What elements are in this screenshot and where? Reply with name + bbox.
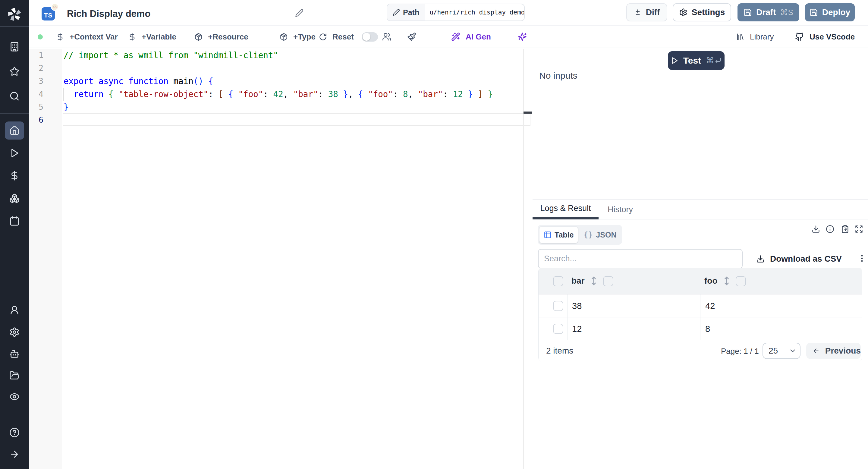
- add-variable-button[interactable]: +Variable: [128, 26, 176, 48]
- multiplayer-button[interactable]: [382, 26, 391, 48]
- sidebar-item-search[interactable]: [5, 87, 24, 105]
- sidebar-item-resources[interactable]: [5, 189, 24, 207]
- expand-result-button[interactable]: [855, 225, 863, 233]
- download-result-button[interactable]: [812, 225, 820, 233]
- column-header-bar[interactable]: bar: [571, 276, 585, 286]
- draft-button[interactable]: Draft ⌘S: [738, 3, 799, 22]
- add-context-var-label: +Context Var: [70, 32, 118, 41]
- add-resource-button[interactable]: +Resource: [194, 26, 248, 48]
- code-line[interactable]: // import * as wmill from "windmill-clie…: [64, 49, 278, 62]
- deploy-button[interactable]: Deploy: [805, 3, 855, 22]
- ai-gen-button[interactable]: AI Gen: [451, 26, 491, 48]
- sort-bar-icon[interactable]: [589, 276, 599, 286]
- toggle-switch[interactable]: [362, 32, 378, 41]
- active-line-highlight: [63, 113, 530, 126]
- view-table-button[interactable]: Table: [539, 226, 578, 243]
- line-number: 5: [29, 101, 43, 114]
- tab-logs-result[interactable]: Logs & Result: [532, 199, 598, 219]
- panel-splitter[interactable]: [532, 49, 532, 469]
- path-field: Path u/henri/rich_display_demo: [387, 4, 525, 21]
- settings-label: Settings: [692, 7, 725, 17]
- path-value-input[interactable]: u/henri/rich_display_demo: [425, 4, 525, 21]
- sidebar-item-folders[interactable]: [5, 367, 24, 385]
- dollar-icon: [9, 170, 20, 181]
- code-line[interactable]: return { "table-row-object": [ { "foo": …: [64, 88, 493, 101]
- result-info-button[interactable]: [826, 225, 834, 233]
- result-table: bar foo 38 42 12 8 2 items Pag: [538, 268, 862, 362]
- reset-button[interactable]: Reset: [319, 26, 354, 48]
- sidebar-item-settings[interactable]: [5, 323, 24, 341]
- sidebar-item-ai[interactable]: [5, 345, 24, 363]
- sidebar-item-workers[interactable]: [5, 301, 24, 319]
- table-footer: 2 items Page: 1 / 1 25 Previous: [538, 340, 862, 362]
- page-title[interactable]: Rich Display demo: [67, 8, 150, 19]
- library-button[interactable]: Library: [736, 26, 774, 48]
- column-bar-checkbox[interactable]: [603, 276, 613, 286]
- add-type-button[interactable]: +Type: [280, 26, 315, 48]
- add-context-var-button[interactable]: +Context Var: [56, 26, 118, 48]
- column-header-foo[interactable]: foo: [704, 276, 718, 286]
- search-input[interactable]: Search...: [538, 249, 743, 269]
- test-button[interactable]: Test ⌘: [668, 51, 724, 70]
- page-size-select[interactable]: 25: [763, 343, 801, 359]
- search-placeholder: Search...: [544, 254, 577, 263]
- tab-history[interactable]: History: [598, 199, 642, 219]
- code-line[interactable]: }: [64, 101, 69, 114]
- download-icon: [756, 255, 765, 263]
- column-separator: [700, 294, 701, 317]
- dollar-icon: [128, 33, 136, 41]
- title-edit-pencil-icon[interactable]: [295, 9, 304, 17]
- ai-sparkles-button[interactable]: [518, 26, 527, 48]
- overview-ruler-cursor: [524, 112, 532, 114]
- wand-sparkles-icon: [451, 32, 460, 41]
- titlebar-underline: [29, 25, 868, 26]
- diff-mode-toggle[interactable]: [362, 26, 378, 48]
- windmill-logo-icon: [8, 8, 21, 21]
- sidebar-item-schedules[interactable]: [5, 212, 24, 230]
- previous-page-button[interactable]: Previous: [806, 343, 861, 359]
- code-editor[interactable]: 123456 // import * as wmill from "windmi…: [29, 49, 532, 469]
- table-row[interactable]: 38 42: [538, 294, 862, 317]
- draft-label: Draft: [756, 7, 776, 17]
- windmill-logo[interactable]: [5, 5, 24, 24]
- items-count: 2 items: [546, 346, 573, 356]
- sort-foo-icon[interactable]: [721, 276, 732, 286]
- package-icon: [280, 33, 288, 41]
- sidebar-item-variables[interactable]: [5, 167, 24, 185]
- diff-button[interactable]: Diff: [626, 3, 667, 22]
- page-size-value: 25: [769, 346, 778, 356]
- download-csv-button[interactable]: Download as CSV: [756, 249, 842, 269]
- sidebar-item-runs[interactable]: [5, 144, 24, 162]
- table-row[interactable]: 12 8: [538, 317, 862, 340]
- settings-button[interactable]: Settings: [673, 3, 731, 22]
- code-line[interactable]: export async function main() {: [64, 75, 213, 88]
- chevron-down-icon: [789, 347, 797, 355]
- sidebar-item-home[interactable]: [5, 122, 24, 139]
- select-all-checkbox[interactable]: [553, 276, 563, 286]
- users-icon: [382, 32, 391, 41]
- arrow-right-icon: [9, 449, 20, 459]
- sidebar-item-collapse[interactable]: [5, 445, 24, 463]
- path-label-segment[interactable]: Path: [387, 4, 425, 21]
- preview-panel: Test ⌘ No inputs Logs & Result History T…: [532, 49, 868, 469]
- cell-foo-0: 42: [705, 301, 715, 311]
- sidebar-item-favorites[interactable]: [5, 62, 24, 81]
- building-icon: [9, 41, 20, 52]
- table-menu-button[interactable]: [858, 254, 867, 263]
- move-vertical-icon: [721, 276, 732, 286]
- eye-icon: [9, 392, 20, 402]
- copy-result-button[interactable]: [841, 225, 849, 233]
- sidebar-item-audit-logs[interactable]: [5, 387, 24, 406]
- use-vscode-button[interactable]: Use VScode: [795, 26, 855, 48]
- column-foo-checkbox[interactable]: [736, 276, 746, 286]
- table-controls: Search... Download as CSV: [537, 249, 863, 269]
- row-checkbox[interactable]: [553, 324, 563, 334]
- format-button[interactable]: [407, 26, 416, 48]
- robot-icon: [9, 349, 20, 359]
- sidebar-item-help[interactable]: [5, 424, 24, 442]
- sidebar-item-workspace[interactable]: [5, 38, 24, 56]
- reset-label: Reset: [333, 32, 354, 41]
- view-json-button[interactable]: {} JSON: [579, 226, 621, 243]
- row-checkbox[interactable]: [553, 301, 563, 311]
- info-icon: [826, 225, 834, 233]
